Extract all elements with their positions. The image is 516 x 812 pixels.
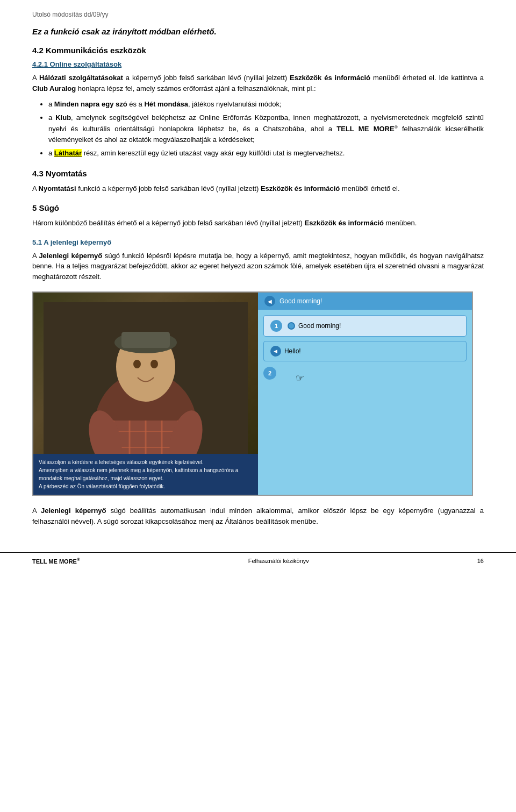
option-1-radio-row: Good morning!: [288, 322, 341, 330]
badge-cursor-area: 2 ☞: [263, 367, 467, 399]
section-5-1-title: 5.1 A jelenlegi képernyő: [32, 238, 484, 246]
back-arrow-icon: ◀: [264, 296, 275, 307]
section-5-1-paragraph-1: A Jelenlegi képernyő súgó funkció lépésr…: [32, 251, 484, 282]
section-4-2: 4.2 Kommunikációs eszközök 4.2.1 Online …: [32, 46, 484, 159]
blue-box-line2: Amennyiben a válaszok nem jelennek meg a…: [39, 466, 253, 482]
section-5-1: 5.1 A jelenlegi képernyő A Jelenlegi kép…: [32, 238, 484, 527]
section-5: 5 Súgó Három különböző beállítás érhető …: [32, 203, 484, 229]
bullet-1: a Minden napra egy szó és a Hét mondása,…: [48, 99, 484, 110]
section-4-2-title: 4.2 Kommunikációs eszközök: [32, 46, 484, 55]
jelenlegi-bold: Jelenlegi képernyő: [39, 252, 102, 260]
eszkozok-bold: Eszközök és információ: [290, 74, 370, 82]
svg-rect-4: [121, 332, 170, 348]
hello-radio-row: ◀ Hello!: [270, 346, 301, 357]
footer-brand-reg: ®: [77, 557, 80, 562]
section-4-3-paragraph: A Nyomtatási funkció a képernyő jobb fel…: [32, 183, 484, 194]
minden-napra-bold: Minden napra egy szó: [54, 100, 127, 108]
hálózati-bold: Hálózati szolgáltatásokat: [39, 74, 123, 82]
lathar-bold-underline: Láthatár: [54, 149, 82, 157]
footer-brand: TELL ME MORE®: [32, 557, 80, 565]
footer-page-number: 16: [477, 558, 484, 564]
screenshot-left-panel: Válaszoljon a kérdésre a lehetséges vála…: [33, 293, 258, 495]
blue-box-line3: A párbeszéd az Ön választásától függően …: [39, 482, 253, 490]
num-badge-2: 2: [263, 367, 276, 380]
section-5-paragraph: Három különböző beállítás érhető el a ké…: [32, 218, 484, 229]
section-4-3-title: 4.3 Nyomtatás: [32, 169, 484, 178]
blue-instruction-box: Válaszoljon a kérdésre a lehetséges vála…: [33, 454, 258, 495]
blue-box-line1: Válaszoljon a kérdésre a lehetséges vála…: [39, 458, 253, 466]
footer-brand-text: TELL ME MORE: [32, 558, 77, 564]
svg-point-5: [133, 360, 141, 368]
screenshot-right-panel: ◀ Good morning! 1 Good morning!: [258, 293, 472, 495]
svg-point-6: [150, 360, 158, 368]
footer-center-text: Felhasználói kézikönyv: [248, 558, 309, 564]
club-bold: Club Auralog: [32, 84, 76, 92]
het-mondasa-bold: Hét mondása: [144, 100, 188, 108]
answer-option-hello: ◀ Hello!: [263, 341, 467, 361]
right-header-text: Good morning!: [280, 297, 322, 305]
nyomtatasi-bold: Nyomtatási: [39, 184, 76, 193]
right-header-bar: ◀ Good morning!: [258, 293, 472, 310]
section-4-3: 4.3 Nyomtatás A Nyomtatási funkció a kép…: [32, 169, 484, 194]
section-5-1-paragraph-2: A Jelenlegi képernyő súgó beállítás auto…: [32, 505, 484, 526]
bullet-3: a Láthatár rész, amin keresztül egy üzle…: [48, 148, 484, 159]
last-modified: Utolsó módosítás dd/09/yy: [32, 11, 484, 18]
section-4-2-paragraph: A Hálózati szolgáltatásokat a képernyő j…: [32, 73, 484, 94]
bullet-2: a Klub, amelynek segítségével beléphetsz…: [48, 112, 484, 146]
italic-intro-title: Ez a funkció csak az irányított módban e…: [32, 27, 484, 36]
screenshot: Válaszoljon a kérdésre a lehetséges vála…: [32, 291, 473, 496]
radio-dot-1: [288, 322, 295, 330]
section-4-2-1-title: 4.2.1 Online szolgáltatások: [32, 60, 484, 68]
bullet-list: a Minden napra egy szó és a Hét mondása,…: [48, 99, 484, 159]
eszkozok-bold-3: Eszközök és információ: [305, 219, 384, 227]
right-content-area: 1 Good morning! ◀ Hello!: [258, 310, 472, 404]
tell-me-more-bold: TELL ME MORE: [336, 125, 394, 133]
hello-back-icon: ◀: [270, 346, 281, 357]
klub-bold: Klub: [55, 113, 71, 122]
page-footer: TELL ME MORE® Felhasználói kézikönyv 16: [0, 552, 516, 569]
option-1-text: Good morning!: [298, 322, 341, 330]
cursor-hand-icon: ☞: [296, 372, 434, 377]
answer-option-1: 1 Good morning!: [263, 315, 467, 337]
eszkozok-bold-2: Eszközök és információ: [261, 184, 340, 193]
jelenlegi-bold-2: Jelenlegi képernyő: [41, 507, 106, 515]
option-1-badge: 1: [270, 320, 282, 332]
hello-text: Hello!: [284, 347, 301, 355]
section-5-title: 5 Súgó: [32, 203, 484, 212]
